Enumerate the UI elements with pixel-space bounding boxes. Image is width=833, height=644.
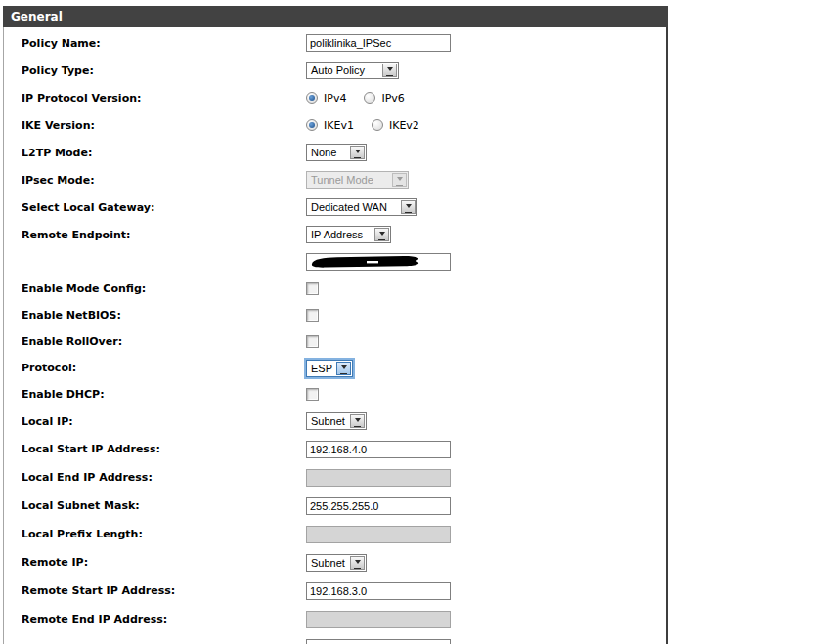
remote-endpoint-control: IP Address xyxy=(306,226,391,243)
arrow-bar xyxy=(378,239,385,240)
select-local-gateway-control: Dedicated WAN xyxy=(306,198,417,216)
local-start-ip-address-label: Local Start IP Address: xyxy=(22,443,306,455)
local-ip-selected-value: Subnet xyxy=(311,415,345,427)
ip-protocol-version-option-ipv4[interactable]: IPv4 xyxy=(306,92,346,105)
remote-ip-selected-value: Subnet xyxy=(311,557,345,569)
enable-mode-config-label: Enable Mode Config: xyxy=(22,282,306,295)
remote-start-ip-address-input[interactable] xyxy=(306,582,451,600)
arrow-triangle xyxy=(406,204,412,211)
ike-version-label: IKE Version: xyxy=(22,119,306,132)
ipsec-mode-selected-value: Tunnel Mode xyxy=(311,174,373,186)
enable-mode-config-control xyxy=(306,282,319,295)
protocol-selected-value: ESP xyxy=(311,363,332,374)
radio-label: IKEv2 xyxy=(389,119,419,132)
policy-name-label: Policy Name: xyxy=(22,37,306,50)
form-row: Enable Mode Config: xyxy=(4,276,666,302)
remote-endpoint-select[interactable]: IP Address xyxy=(306,226,391,243)
local-end-ip-address-label: Local End IP Address: xyxy=(22,471,306,484)
ipv6-radio[interactable] xyxy=(364,92,375,104)
remote-endpoint-label: Remote Endpoint: xyxy=(22,229,306,241)
ike-version-option-ikev2[interactable]: IKEv2 xyxy=(372,119,419,132)
enable-dhcp-label: Enable DHCP: xyxy=(22,388,306,401)
form-row: Local Start IP Address: xyxy=(4,435,666,463)
bottom-cutoff-field-input[interactable] xyxy=(306,639,451,644)
local-subnet-mask-control xyxy=(306,497,451,515)
radio-label: IKEv1 xyxy=(324,119,354,132)
arrow-triangle xyxy=(355,150,361,156)
form-row: Enable RollOver: xyxy=(4,328,666,355)
ike-version-option-ikev1[interactable]: IKEv1 xyxy=(306,119,354,132)
arrow-triangle xyxy=(355,418,361,425)
radio-label: IPv4 xyxy=(324,92,346,105)
local-ip-label: Local IP: xyxy=(22,415,306,428)
enable-dhcp-checkbox[interactable] xyxy=(306,388,319,401)
enable-rollover-control xyxy=(306,335,319,348)
enable-netbios-label: Enable NetBIOS: xyxy=(22,309,306,322)
arrow-bar xyxy=(386,75,393,76)
ipv4-radio[interactable] xyxy=(306,92,318,104)
chevron-down-icon[interactable] xyxy=(336,362,351,375)
arrow-bar xyxy=(354,568,361,569)
ip-protocol-version-label: IP Protocol Version: xyxy=(22,92,306,105)
local-end-ip-address-control xyxy=(306,469,451,487)
chevron-down-icon[interactable] xyxy=(374,228,389,241)
enable-rollover-checkbox[interactable] xyxy=(306,335,319,348)
remote-endpoint-address-input[interactable] xyxy=(306,253,451,271)
enable-netbios-checkbox[interactable] xyxy=(306,309,319,322)
form-row: Enable NetBIOS: xyxy=(4,302,666,328)
ip-protocol-version-option-ipv6[interactable]: IPv6 xyxy=(364,92,404,105)
remote-ip-select[interactable]: Subnet xyxy=(306,554,367,572)
form-row: Remote End IP Address: xyxy=(4,605,666,633)
protocol-label: Protocol: xyxy=(22,362,306,374)
form-row: Local Prefix Length: xyxy=(4,520,666,548)
policy-type-label: Policy Type: xyxy=(22,64,306,77)
chevron-down-icon[interactable] xyxy=(350,146,365,159)
remote-ip-label: Remote IP: xyxy=(22,556,306,569)
ikev2-radio[interactable] xyxy=(372,119,383,131)
bottom-cutoff-field-control xyxy=(306,639,451,644)
local-end-ip-address-input xyxy=(306,469,451,487)
arrow-bar xyxy=(354,157,361,158)
panel-title: General xyxy=(11,10,63,23)
local-start-ip-address-input[interactable] xyxy=(306,441,451,458)
ipsec-mode-label: IPsec Mode: xyxy=(22,174,306,187)
chevron-down-icon[interactable] xyxy=(382,64,397,77)
arrow-triangle xyxy=(379,232,385,238)
remote-endpoint-selected-value: IP Address xyxy=(311,229,363,240)
policy-type-select[interactable]: Auto Policy xyxy=(306,62,399,79)
form-row: Select Local Gateway:Dedicated WAN xyxy=(4,193,666,221)
ikev1-radio[interactable] xyxy=(306,119,318,131)
panel-body: Policy Name:Policy Type:Auto PolicyIP Pr… xyxy=(3,27,668,644)
chevron-down-icon[interactable] xyxy=(350,414,365,428)
arrow-bar xyxy=(396,185,403,186)
local-subnet-mask-label: Local Subnet Mask: xyxy=(22,499,306,512)
chevron-down-icon[interactable] xyxy=(350,556,365,570)
policy-type-selected-value: Auto Policy xyxy=(311,64,365,76)
policy-name-input[interactable] xyxy=(306,34,451,52)
chevron-down-icon[interactable] xyxy=(401,200,416,214)
remote-end-ip-address-input xyxy=(306,611,451,628)
local-subnet-mask-input[interactable] xyxy=(306,497,451,515)
arrow-triangle xyxy=(397,177,403,184)
l2tp-mode-control: None xyxy=(306,144,367,161)
enable-netbios-control xyxy=(306,309,319,322)
ipsec-mode-control: Tunnel Mode xyxy=(306,171,409,189)
form-row: Remote IP:Subnet xyxy=(4,548,666,577)
form-row: Local End IP Address: xyxy=(4,463,666,492)
l2tp-mode-select[interactable]: None xyxy=(306,144,367,161)
select-local-gateway-selected-value: Dedicated WAN xyxy=(311,201,387,213)
form-row: Remote Endpoint:IP Address xyxy=(4,221,666,248)
enable-mode-config-checkbox[interactable] xyxy=(306,282,319,295)
policy-type-control: Auto Policy xyxy=(306,62,399,79)
enable-rollover-label: Enable RollOver: xyxy=(22,335,306,348)
local-start-ip-address-control xyxy=(306,441,451,458)
ipsec-mode-select: Tunnel Mode xyxy=(306,171,409,189)
local-ip-select[interactable]: Subnet xyxy=(306,412,367,430)
local-prefix-length-input xyxy=(306,526,451,543)
form-row: Policy Name: xyxy=(4,29,666,57)
l2tp-mode-label: L2TP Mode: xyxy=(22,147,306,159)
form-row: IP Protocol Version:IPv4IPv6 xyxy=(4,84,666,111)
protocol-select[interactable]: ESP xyxy=(306,360,353,377)
select-local-gateway-select[interactable]: Dedicated WAN xyxy=(306,198,417,216)
radio-label: IPv6 xyxy=(381,92,404,105)
